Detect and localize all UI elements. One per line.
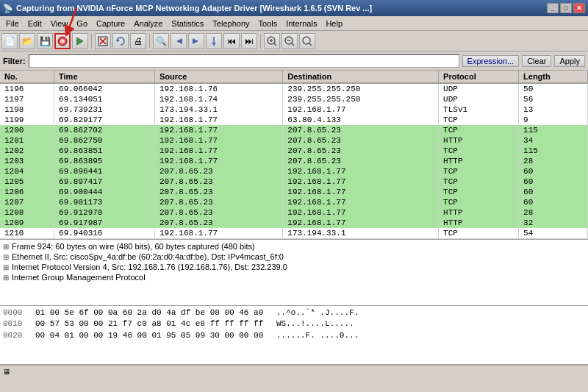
col-destination[interactable]: Destination — [283, 71, 439, 83]
table-row[interactable]: 120169.862750192.168.1.77207.8.65.23HTTP… — [0, 135, 588, 146]
title-controls[interactable]: _ □ ✕ — [547, 3, 585, 13]
filter-apply-button[interactable]: Apply — [554, 55, 585, 67]
table-row[interactable]: 120069.862702192.168.1.77207.8.65.23TCP1… — [0, 125, 588, 135]
table-row[interactable]: 120369.863895192.168.1.77207.8.65.23HTTP… — [0, 156, 588, 166]
menu-help[interactable]: Help — [321, 18, 347, 29]
toolbar-goto-btn[interactable] — [206, 33, 222, 49]
table-row[interactable]: 120569.897417207.8.65.23192.168.1.77TCP6… — [0, 177, 588, 187]
close-button[interactable]: ✕ — [573, 3, 585, 13]
table-row[interactable]: 120869.912970207.8.65.23192.168.1.77HTTP… — [0, 207, 588, 218]
table-row[interactable]: 120769.901173207.8.65.23192.168.1.77TCP6… — [0, 197, 588, 207]
cell-time: 69.863851 — [54, 146, 155, 156]
toolbar-last-btn[interactable]: ⏭ — [241, 33, 257, 49]
toolbar-fwd-btn[interactable] — [188, 33, 204, 49]
cell-protocol: UDP — [439, 83, 519, 94]
filter-expression-button[interactable]: Expression... — [462, 55, 520, 67]
expand-icon[interactable]: ⊞ — [3, 243, 9, 251]
cell-destination: 192.168.1.77 — [283, 177, 439, 187]
toolbar-zoom-fit-btn[interactable] — [299, 33, 315, 49]
maximize-button[interactable]: □ — [560, 3, 572, 13]
goto-icon — [209, 36, 219, 46]
cell-protocol: TCP — [439, 177, 519, 187]
col-length[interactable]: Length — [519, 71, 588, 83]
cell-protocol: TCP — [439, 187, 519, 197]
toolbar-new-btn[interactable]: 📄 — [1, 33, 18, 49]
toolbar-reload-btn[interactable] — [112, 33, 129, 49]
toolbar-close-file-btn[interactable] — [95, 33, 111, 49]
forward-icon — [191, 36, 201, 46]
cell-source: 192.168.1.77 — [154, 135, 282, 146]
reload-icon — [115, 36, 126, 46]
expand-icon[interactable]: ⊞ — [3, 263, 9, 271]
cell-source: 192.168.1.77 — [154, 228, 282, 238]
minimize-button[interactable]: _ — [547, 3, 559, 13]
table-row[interactable]: 120469.896441207.8.65.23192.168.1.77TCP6… — [0, 166, 588, 177]
hex-bytes: 00 57 53 00 00 21 f7 c0 a8 01 4c e8 ff f… — [35, 318, 270, 329]
table-row[interactable]: 119769.134051192.168.1.74239.255.255.250… — [0, 94, 588, 104]
menu-file[interactable]: File — [1, 18, 24, 29]
cell-no: 1204 — [0, 166, 54, 177]
filter-bar: Filter: Expression... Clear Apply — [0, 51, 588, 71]
cell-no: 1199 — [0, 115, 54, 125]
detail-row[interactable]: ⊞Ethernet II, Src: ciscoSpv_4a:df:be (60… — [1, 252, 587, 262]
detail-row[interactable]: ⊞Internet Group Management Protocol — [1, 272, 587, 282]
col-no[interactable]: No. — [0, 71, 54, 83]
filter-clear-button[interactable]: Clear — [522, 55, 551, 67]
menu-go[interactable]: Go — [72, 18, 92, 29]
cell-time: 69.901173 — [54, 197, 155, 207]
col-time[interactable]: Time — [54, 71, 155, 83]
table-row[interactable]: 120669.900444207.8.65.23192.168.1.77TCP6… — [0, 187, 588, 197]
menu-statistics[interactable]: Statistics — [167, 18, 208, 29]
cell-source: 192.168.1.76 — [154, 83, 282, 94]
toolbar-open-btn[interactable]: 📂 — [19, 33, 35, 49]
cell-no: 1207 — [0, 197, 54, 207]
menu-telephony[interactable]: Telephony — [208, 18, 254, 29]
packet-table-container[interactable]: No. Time Source Destination Protocol Len… — [0, 71, 588, 240]
cell-destination: 207.8.65.23 — [283, 146, 439, 156]
menu-analyze[interactable]: Analyze — [129, 18, 167, 29]
table-row[interactable]: 120269.863851192.168.1.77207.8.65.23TCP1… — [0, 146, 588, 156]
toolbar-back-btn[interactable] — [171, 33, 187, 49]
cell-time: 69.940316 — [54, 228, 155, 238]
start-icon — [75, 36, 85, 46]
menu-tools[interactable]: Tools — [254, 18, 282, 29]
cell-destination: 192.168.1.77 — [283, 207, 439, 218]
expand-icon[interactable]: ⊞ — [3, 253, 9, 261]
cell-length: 34 — [519, 135, 588, 146]
table-row[interactable]: 119869.739231173.194.33.1192.168.1.77TLS… — [0, 104, 588, 115]
menu-bar: File Edit View Go Capture Analyze Statis… — [0, 16, 588, 31]
cell-length: 13 — [519, 104, 588, 115]
hex-bytes: 01 00 5e 6f 00 0a 60 2a d0 4a df be 08 0… — [35, 307, 270, 318]
menu-internals[interactable]: Internals — [282, 18, 321, 29]
table-row[interactable]: 119669.066042192.168.1.76239.255.255.250… — [0, 83, 588, 94]
toolbar-save-btn[interactable]: 💾 — [37, 33, 53, 49]
cell-no: 1197 — [0, 94, 54, 104]
col-protocol[interactable]: Protocol — [439, 71, 519, 83]
detail-row[interactable]: ⊞Internet Protocol Version 4, Src: 192.1… — [1, 262, 587, 272]
toolbar-sep3 — [260, 34, 261, 49]
toolbar-find-btn[interactable]: 🔍 — [153, 33, 169, 49]
col-source[interactable]: Source — [154, 71, 282, 83]
cell-protocol: HTTP — [439, 156, 519, 166]
toolbar-zoom-out-btn[interactable] — [282, 33, 298, 49]
table-row[interactable]: 121069.940316192.168.1.77173.194.33.1TCP… — [0, 228, 588, 238]
expand-icon[interactable]: ⊞ — [3, 274, 9, 282]
filter-input[interactable] — [29, 54, 459, 68]
toolbar-zoom-in-btn[interactable] — [264, 33, 280, 49]
toolbar-capture-opts-btn[interactable] — [54, 33, 71, 49]
cell-destination: 207.8.65.23 — [283, 135, 439, 146]
svg-marker-11 — [212, 43, 216, 46]
toolbar-start-capture-btn[interactable] — [72, 33, 88, 49]
cell-destination: 63.80.4.133 — [283, 115, 439, 125]
table-row[interactable]: 119969.829177192.168.1.7763.80.4.133TCP9 — [0, 115, 588, 125]
menu-capture[interactable]: Capture — [92, 18, 129, 29]
cell-no: 1203 — [0, 156, 54, 166]
detail-row[interactable]: ⊞Frame 924: 60 bytes on wire (480 bits),… — [1, 241, 587, 252]
cell-length: 115 — [519, 146, 588, 156]
table-row[interactable]: 120969.917987207.8.65.23192.168.1.77HTTP… — [0, 218, 588, 228]
menu-edit[interactable]: Edit — [24, 18, 46, 29]
menu-view[interactable]: View — [46, 18, 73, 29]
toolbar-first-btn[interactable]: ⏮ — [223, 33, 240, 49]
toolbar-print-btn[interactable]: 🖨 — [130, 33, 146, 49]
title-bar-left: 📡 Capturing from NVIDIA nForce MCP Netwo… — [3, 4, 372, 13]
